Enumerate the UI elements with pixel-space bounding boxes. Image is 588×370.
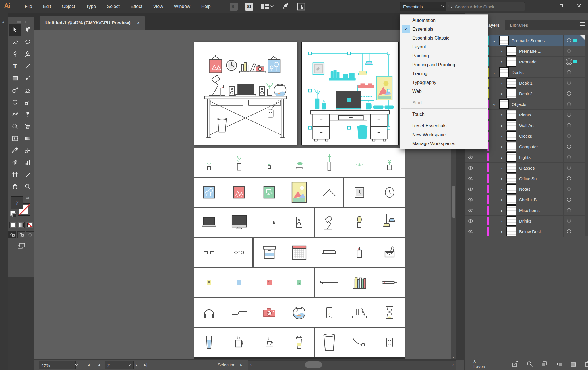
layer-name[interactable]: Premade Scenes (512, 38, 563, 43)
panel-tab-libraries[interactable]: Libraries (505, 20, 533, 30)
hand-tool[interactable] (9, 180, 21, 192)
layer-row-misc-items[interactable]: ›Misc Items (465, 205, 585, 216)
layer-row-lights[interactable]: ›Lights (465, 152, 585, 163)
lock-toggle[interactable] (476, 152, 486, 162)
locate-object-icon[interactable] (527, 361, 533, 367)
type-tool[interactable] (9, 60, 21, 72)
frame-green-object[interactable] (263, 185, 276, 200)
canvas[interactable]: ⌃ ⌄ (34, 30, 456, 359)
glasses-round-object[interactable] (233, 250, 245, 255)
artboard-3-object-grid[interactable] (194, 148, 405, 358)
expand-chevron-icon[interactable]: › (489, 59, 506, 64)
make-clipping-mask-icon[interactable] (541, 361, 547, 367)
lock-toggle[interactable] (476, 216, 486, 226)
visibility-eye-icon[interactable] (465, 205, 476, 215)
workspace-menu-item-manage-workspaces[interactable]: Manage Workspaces... (400, 139, 488, 148)
desk-scene-1[interactable] (194, 42, 296, 144)
last-artboard-button[interactable]: ▸| (142, 361, 150, 369)
document-tab[interactable]: Untitled-1 @ 42% (CMYK/GPU Preview) × (40, 16, 145, 30)
delete-layer-icon[interactable] (585, 361, 588, 367)
workspace-menu-item-painting[interactable]: Painting (400, 51, 488, 60)
layer-row-drinks[interactable]: ›Drinks (465, 216, 585, 226)
visibility-eye-icon[interactable] (465, 163, 476, 173)
wall-clock-square-object[interactable] (353, 186, 365, 199)
visibility-eye-icon[interactable] (465, 216, 476, 226)
close-button[interactable] (570, 0, 588, 11)
scroll-left-icon[interactable]: ‹ (250, 362, 252, 367)
layer-row-glasses[interactable]: ›Glasses (465, 163, 585, 173)
rotate-tool[interactable] (9, 96, 21, 108)
new-sublayer-icon[interactable] (555, 361, 562, 367)
collapse-chevron-icon[interactable]: ⌄ (489, 102, 499, 107)
table-lamp-object[interactable] (355, 215, 363, 230)
layer-name[interactable]: Premade ... (519, 49, 563, 54)
fishbowl-object[interactable] (292, 306, 307, 320)
desk-organizer-object[interactable] (383, 246, 396, 259)
expand-chevron-icon[interactable]: › (489, 81, 506, 85)
shaper-tool[interactable] (9, 84, 21, 96)
workspace-menu-item-new-workspace[interactable]: New Workspace... (400, 130, 488, 139)
previous-artboard-button[interactable]: ◂ (95, 361, 102, 369)
target-circle-icon[interactable] (567, 145, 571, 149)
paintbrush-tool[interactable] (21, 72, 34, 84)
layer-row-notes[interactable]: ›Notes (465, 184, 585, 194)
lock-toggle[interactable] (476, 173, 486, 184)
poster-landscape-object[interactable] (291, 182, 307, 203)
workspace-menu-item-tracing[interactable]: Tracing (400, 69, 488, 78)
next-artboard-button[interactable]: ▸ (133, 361, 140, 369)
layers-scrollbar[interactable] (585, 35, 588, 236)
zoom-level-field[interactable]: 42% (39, 361, 76, 369)
visibility-eye-icon[interactable] (465, 226, 476, 237)
glasses-rectangular-object[interactable] (203, 250, 215, 255)
target-circle-icon[interactable] (567, 38, 571, 42)
water-glass-object[interactable] (205, 335, 213, 350)
sticky-note-red-object[interactable] (266, 279, 272, 286)
menu-view[interactable]: View (153, 4, 163, 9)
target-circle-icon[interactable] (567, 176, 571, 180)
vertical-scrollbar-thumb[interactable] (452, 186, 455, 218)
book-stand-object[interactable] (351, 306, 368, 319)
trash-bin-object[interactable] (321, 333, 337, 352)
togo-cup-object[interactable] (295, 335, 303, 350)
workspace-menu-item-printing-and-proofing[interactable]: Printing and Proofing (400, 60, 488, 69)
direct-selection-tool[interactable] (21, 24, 34, 36)
workspace-menu-item-layout[interactable]: Layout (400, 42, 488, 51)
menu-help[interactable]: Help (201, 4, 211, 9)
blend-tool[interactable] (21, 144, 34, 156)
layer-name[interactable]: Clocks (519, 134, 563, 139)
zoom-tool[interactable] (21, 180, 34, 192)
visibility-eye-icon[interactable] (465, 194, 476, 205)
plant-bonsai-object[interactable] (294, 153, 305, 171)
artboard-2[interactable] (301, 42, 399, 145)
workspace-menu-item-automation[interactable]: Automation (400, 16, 488, 25)
artboard-tool[interactable] (9, 168, 21, 180)
plant-succulent-object[interactable] (384, 153, 395, 171)
workspace-menu-item-web[interactable]: Web (400, 87, 488, 96)
swap-fill-stroke-icon[interactable]: ⇄ (26, 196, 29, 200)
puppet-warp-tool[interactable] (21, 108, 34, 120)
sticky-note-blue-object[interactable] (236, 279, 242, 286)
mesh-tool[interactable] (9, 132, 21, 144)
gradient-tool[interactable] (21, 132, 34, 144)
collapse-panel-icon[interactable]: « (2, 20, 4, 24)
selection-tool[interactable] (9, 24, 21, 36)
pen-object[interactable] (382, 281, 398, 285)
workspace-switcher-button[interactable]: Essentials (400, 2, 448, 11)
tools-panel-grip[interactable] (8, 17, 34, 24)
color-button[interactable] (9, 222, 16, 228)
perspective-grid-tool[interactable] (21, 120, 34, 132)
none-button[interactable] (26, 222, 33, 228)
workspace-menu-item-typography[interactable]: Typography (400, 78, 488, 87)
wall-shelf-object[interactable] (320, 280, 339, 285)
target-circle-icon[interactable] (567, 113, 571, 117)
target-circle-icon[interactable] (567, 123, 571, 127)
menu-edit[interactable]: Edit (43, 4, 51, 9)
artboard-1[interactable] (194, 42, 297, 145)
target-circle-icon[interactable] (567, 166, 571, 170)
menu-window[interactable]: Window (174, 4, 190, 9)
target-circle-icon[interactable] (567, 134, 571, 138)
target-circle-icon[interactable] (567, 49, 571, 53)
target-circle-icon[interactable] (567, 60, 571, 64)
lock-toggle[interactable] (476, 205, 486, 215)
curvature-tool[interactable] (21, 48, 34, 60)
